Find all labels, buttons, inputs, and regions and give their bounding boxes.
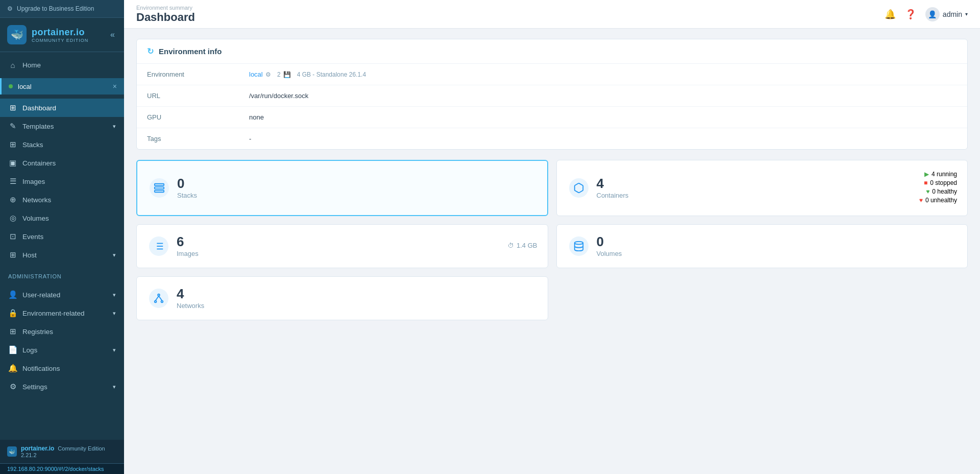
admin-nav-section: 👤 User-related ▾ 🔒 Environment-related ▾… — [0, 281, 124, 400]
images-label: Images — [177, 250, 500, 257]
sidebar-item-volumes[interactable]: ◎ Volumes — [0, 209, 124, 227]
user-menu[interactable]: 👤 admin ▾ — [925, 7, 968, 21]
header-left: Environment summary Dashboard — [136, 5, 195, 24]
sidebar-item-label: User-related — [22, 291, 60, 299]
notifications-icon: 🔔 — [8, 364, 17, 373]
logo-icon: 🐳 — [7, 25, 27, 44]
sidebar-item-networks[interactable]: ⊕ Networks — [0, 191, 124, 209]
home-icon: ⌂ — [8, 61, 17, 69]
env-value-gpu: none — [239, 107, 967, 128]
svg-line-13 — [156, 296, 159, 300]
logo-name: portainer.io — [32, 27, 88, 38]
help-icon[interactable]: ❓ — [905, 9, 916, 20]
images-size: ⏱ 1.4 GB — [508, 242, 537, 249]
containers-label: Containers — [597, 192, 911, 199]
env-row-url: URL /var/run/docker.sock — [137, 85, 967, 107]
env-name: local — [18, 83, 32, 90]
sidebar-item-events[interactable]: ⊡ Events — [0, 227, 124, 246]
volumes-stat-card[interactable]: 0 Volumes — [556, 224, 968, 268]
networks-stat-card[interactable]: 4 Networks — [136, 276, 548, 320]
stacks-stat-card[interactable]: 0 Stacks — [136, 160, 548, 216]
networks-icon — [153, 293, 164, 304]
sidebar-item-logs[interactable]: 📄 Logs ▾ — [0, 341, 124, 359]
environment-info-title: Environment info — [159, 47, 222, 56]
stacks-icon — [154, 182, 165, 194]
sidebar-item-label: Logs — [22, 346, 37, 354]
environment-related-icon: 🔒 — [8, 309, 17, 318]
env-link[interactable]: local — [249, 70, 263, 78]
sidebar-item-user-related[interactable]: 👤 User-related ▾ — [0, 286, 124, 304]
local-nav-section: ⊞ Dashboard ✎ Templates ▾ ⊞ Stacks ▣ Con… — [0, 94, 124, 268]
stacks-icon: ⊞ — [8, 140, 17, 149]
env-label-url: URL — [137, 85, 239, 107]
containers-stat-card[interactable]: 4 Containers ▶ 4 running ■ 0 stopped ♥ 0… — [556, 160, 968, 216]
user-related-icon: 👤 — [8, 290, 17, 299]
env-value-url: /var/run/docker.sock — [239, 85, 967, 107]
sidebar-item-notifications[interactable]: 🔔 Notifications — [0, 359, 124, 377]
sidebar-item-containers[interactable]: ▣ Containers — [0, 154, 124, 172]
upgrade-label: Upgrade to Business Edition — [17, 5, 94, 12]
networks-label: Networks — [177, 302, 537, 310]
sidebar-item-label: Notifications — [22, 365, 60, 372]
user-chevron-icon: ▾ — [965, 11, 968, 17]
volumes-info: 0 Volumes — [597, 235, 958, 257]
cpu-icon: ⚙ — [265, 71, 271, 78]
events-icon: ⊡ — [8, 232, 17, 241]
collapse-button[interactable]: « — [108, 28, 117, 41]
sidebar-item-host[interactable]: ⊞ Host ▾ — [0, 246, 124, 264]
sidebar-item-home[interactable]: ⌂ Home — [0, 56, 124, 74]
footer-logo: 🐳 — [7, 446, 17, 457]
page-title: Dashboard — [136, 11, 195, 24]
sidebar-item-label: Registries — [22, 328, 53, 336]
sidebar-item-dashboard[interactable]: ⊞ Dashboard — [0, 99, 124, 117]
healthy-dot: ♥ — [926, 188, 929, 195]
sidebar-item-templates[interactable]: ✎ Templates ▾ — [0, 117, 124, 135]
upgrade-icon: ⚙ — [7, 5, 13, 12]
containers-healthy: ♥ 0 healthy — [919, 188, 957, 195]
unhealthy-dot: ♥ — [919, 197, 923, 204]
stacks-count: 0 — [177, 177, 537, 190]
containers-icon-wrap — [569, 178, 589, 198]
templates-icon: ✎ — [8, 122, 17, 131]
sidebar-item-label: Volumes — [22, 215, 49, 222]
env-close-button[interactable]: × — [113, 82, 117, 90]
logs-icon: 📄 — [8, 345, 17, 354]
environment-info-card-header: ↻ Environment info — [137, 39, 967, 64]
home-section: ⌂ Home — [0, 52, 124, 78]
volumes-label: Volumes — [597, 250, 958, 257]
svg-rect-0 — [155, 184, 164, 186]
sidebar-item-label: Images — [22, 178, 45, 185]
sidebar-item-settings[interactable]: ⚙ Settings ▾ — [0, 377, 124, 396]
notifications-bell-icon[interactable]: 🔔 — [885, 9, 896, 20]
sidebar-item-label: Stacks — [22, 141, 43, 149]
containers-unhealthy: ♥ 0 unhealthy — [919, 197, 957, 204]
sidebar: ⚙ Upgrade to Business Edition 🐳 portaine… — [0, 0, 124, 474]
settings-icon: ⚙ — [8, 382, 17, 391]
svg-point-12 — [161, 301, 163, 303]
sidebar-item-label: Host — [22, 251, 37, 259]
networks-icon: ⊕ — [8, 195, 17, 204]
env-label-tags: Tags — [137, 128, 239, 150]
images-stat-card[interactable]: 6 Images ⏱ 1.4 GB — [136, 224, 548, 268]
env-label-environment: Environment — [137, 64, 239, 85]
sidebar-item-stacks[interactable]: ⊞ Stacks — [0, 135, 124, 154]
footer-version: portainer.io Community Edition 2.21.2 — [21, 445, 117, 458]
environment-item-local[interactable]: local × — [0, 78, 124, 94]
chevron-down-icon: ▾ — [113, 123, 116, 130]
sidebar-item-registries[interactable]: ⊞ Registries — [0, 322, 124, 341]
containers-info: 4 Containers — [597, 177, 911, 199]
environment-info-table: Environment local ⚙ 2 💾 4 GB - Standalon… — [137, 64, 967, 149]
breadcrumb: Environment summary — [136, 5, 195, 11]
images-icon-wrap — [149, 236, 168, 256]
sidebar-item-label: Environment-related — [22, 310, 85, 317]
svg-point-11 — [155, 301, 157, 303]
sidebar-item-environment-related[interactable]: 🔒 Environment-related ▾ — [0, 304, 124, 322]
sidebar-item-label: Networks — [22, 196, 51, 204]
url-bar: 192.168.80.20:9000/#!/2/docker/stacks — [0, 463, 124, 474]
sidebar-item-images[interactable]: ☰ Images — [0, 172, 124, 191]
images-count: 6 — [177, 235, 500, 248]
env-row-tags: Tags - — [137, 128, 967, 150]
images-info: 6 Images — [177, 235, 500, 257]
upgrade-banner[interactable]: ⚙ Upgrade to Business Edition — [0, 0, 124, 18]
user-name: admin — [943, 10, 962, 18]
